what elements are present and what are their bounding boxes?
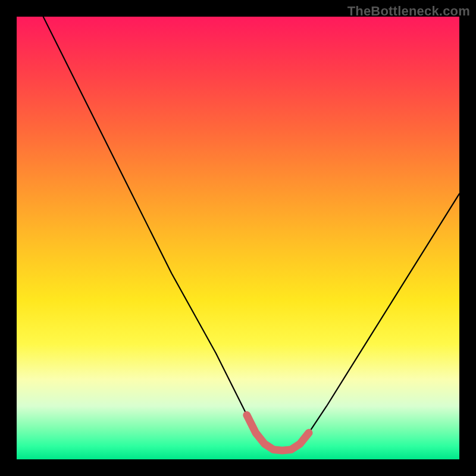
- watermark-text: TheBottleneck.com: [347, 4, 470, 19]
- chart-plot-area: [17, 17, 459, 459]
- chart-frame: TheBottleneck.com: [0, 0, 476, 476]
- chart-svg: [17, 17, 459, 459]
- optimal-band-path: [247, 415, 309, 451]
- bottleneck-curve-path: [17, 0, 459, 450]
